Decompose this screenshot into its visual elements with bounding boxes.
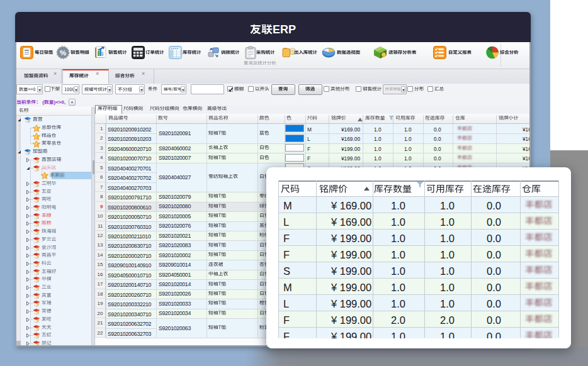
svg-text:%: %: [60, 49, 66, 57]
